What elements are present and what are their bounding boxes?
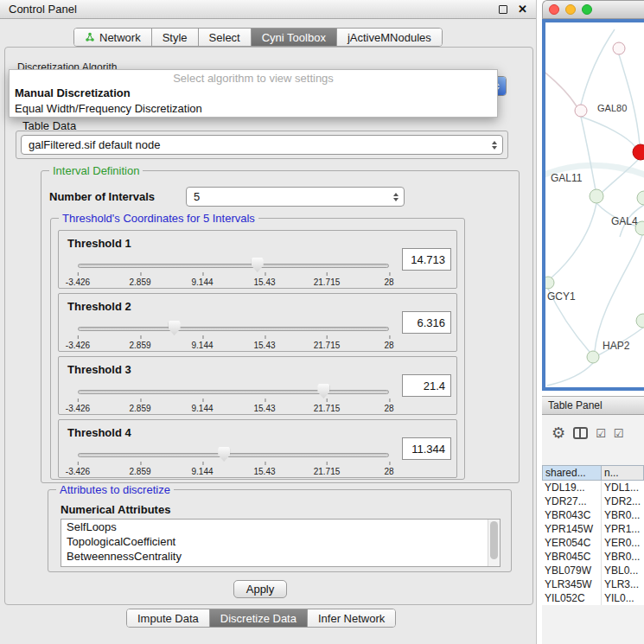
minimize-traffic-light[interactable] [565,4,576,15]
slider-track[interactable] [78,264,389,268]
table-row[interactable]: YIL052C YIL0... [542,591,644,605]
dropdown-option-manual-discretization[interactable]: Manual Discretization [10,86,497,101]
gear-icon[interactable]: ⚙ [552,425,565,441]
list-item[interactable]: BetweennessCentrality [61,549,500,564]
tick-label: 21.715 [314,467,341,476]
thresholds-group-title: Threshold's Coordinates for 5 Intervals [59,212,258,225]
tab-label: Discretize Data [220,612,296,625]
tick-label: 15.43 [253,341,275,350]
tick-label: 9.144 [191,467,213,476]
threshold-value-field[interactable]: 14.713 [402,248,451,271]
cell-name: YBL0... [602,564,644,577]
tick-label: 28 [384,467,393,476]
column-header-name[interactable]: n... [602,465,644,481]
slider-track[interactable] [78,327,389,331]
threshold-slider[interactable] [78,320,389,337]
attributes-group: Attributes to discretize Numerical Attri… [48,489,512,572]
list-item[interactable]: TopologicalCoefficient [61,534,500,549]
table-panel-toolbar: ⚙ ☑ ☑ [542,417,644,450]
threshold-slider[interactable] [78,446,389,463]
close-traffic-light[interactable] [549,4,559,15]
threshold-value-field[interactable]: 6.316 [402,311,451,334]
table-row[interactable]: YBR045C YBR0... [542,550,644,564]
list-scrollbar[interactable] [488,520,500,566]
tab-impute-data[interactable]: Impute Data [127,609,210,627]
float-window-icon[interactable] [499,5,507,14]
cell-shared-name: YBR043C [542,508,602,522]
tick-label: -3.426 [66,467,90,476]
list-item[interactable]: SelfLoops [61,520,500,534]
tab-label: Infer Network [318,612,385,625]
interval-definition-title: Interval Definition [49,164,143,177]
cell-shared-name: YDL19... [542,481,602,494]
tab-jactivemnodules[interactable]: jActiveMNodules [337,29,442,46]
threshold-value-field[interactable]: 21.4 [402,374,451,397]
slider-tick-labels: -3.426 2.859 9.144 15.43 21.715 28 [78,276,389,287]
table-row[interactable]: YPR145W YPR1... [542,522,644,536]
node-label-gal11[interactable]: GAL11 [551,172,582,184]
node-table: shared... n... YDL19... YDL1... YDR27...… [542,465,644,605]
algorithm-dropdown-popup: Select algorithm to view settings Manual… [9,69,498,118]
tick-label: 28 [384,404,393,413]
node-label-gcy1[interactable]: GCY1 [547,290,576,303]
slider-thumb[interactable] [317,384,329,399]
table-row[interactable]: YDR27... YDR2... [542,494,644,508]
slider-track[interactable] [78,453,389,457]
tab-label: Impute Data [137,612,199,625]
threshold-label: Threshold 3 [67,363,131,376]
tab-discretize-data[interactable]: Discretize Data [210,609,308,627]
tab-select[interactable]: Select [199,29,252,46]
checkbox-icon[interactable]: ☑ [596,428,606,439]
control-panel-titlebar: Control Panel ✕ [0,0,536,19]
scrollbar-thumb[interactable] [490,521,498,559]
tick-label: 15.43 [253,404,275,413]
tab-infer-network[interactable]: Infer Network [308,609,395,627]
tab-style[interactable]: Style [152,29,199,46]
cell-name: YER0... [602,536,644,550]
slider-track[interactable] [78,390,389,394]
slider-tick-labels: -3.426 2.859 9.144 15.43 21.715 28 [78,465,389,476]
slider-tick-labels: -3.426 2.859 9.144 15.43 21.715 28 [78,339,389,350]
node-label-gal4[interactable]: GAL4 [611,215,638,227]
slider-thumb[interactable] [252,258,264,272]
cell-shared-name: YDR27... [542,494,602,508]
table-row[interactable]: YER054C YER0... [542,536,644,550]
tab-label: Cyni Toolbox [262,31,326,44]
column-header-shared-name[interactable]: shared... [542,465,602,481]
table-row[interactable]: YLR345W YLR3... [542,577,644,591]
tick-label: 9.144 [191,341,213,350]
combobox-arrows-icon [393,193,399,201]
zoom-traffic-light[interactable] [582,4,592,15]
apply-button[interactable]: Apply [233,580,287,598]
tick-label: 2.859 [129,404,150,413]
table-row[interactable]: YBR043C YBR0... [542,508,644,522]
close-icon[interactable]: ✕ [518,3,527,16]
cell-shared-name: YBR045C [542,550,602,564]
threshold-label: Threshold 2 [67,300,131,313]
threshold-value-field[interactable]: 11.344 [402,437,451,460]
tick-label: 2.859 [129,467,150,476]
node-label-gal80[interactable]: GAL80 [597,103,627,113]
table-row[interactable]: YDL19... YDL1... [542,481,644,494]
number-of-intervals-combobox[interactable]: 5 [186,187,405,207]
slider-thumb[interactable] [218,447,230,462]
threshold-slider[interactable] [78,257,389,274]
node-label-hap2[interactable]: HAP2 [603,340,629,352]
table-panel-title: Table Panel [548,399,603,411]
network-canvas[interactable]: GAL80 GAL11 GAL4 GCY1 HAP2 [542,19,644,391]
network-window-titlebar [542,0,644,19]
checkbox-icon[interactable]: ☑ [614,428,624,439]
tab-network[interactable]: Network [74,29,152,46]
slider-thumb[interactable] [169,321,181,335]
cell-shared-name: YIL052C [542,591,602,605]
control-panel-window: Control Panel ✕ Network Style Select Cyn [0,0,537,644]
combobox-arrows-icon [492,141,497,150]
threshold-slider[interactable] [78,383,389,400]
table-row[interactable]: YBL079W YBL0... [542,564,644,577]
table-data-combobox[interactable]: galFiltered.sif default node [21,135,503,155]
columns-icon[interactable] [573,427,588,439]
tab-cyni-toolbox[interactable]: Cyni Toolbox [252,29,337,46]
dropdown-option-equal-width-frequency[interactable]: Equal Width/Frequency Discretization [10,101,497,117]
cell-name: YDR2... [602,494,644,508]
network-view-window: GAL80 GAL11 GAL4 GCY1 HAP2 [542,0,644,391]
